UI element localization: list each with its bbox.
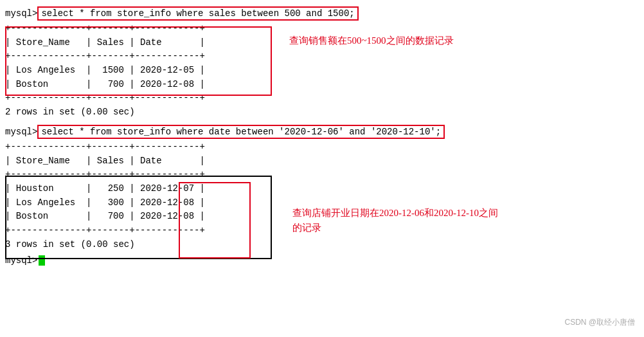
- watermark: CSDN @取经小唐僧: [564, 317, 635, 328]
- table2-sep-mid: +--------------+-------+------------+: [0, 168, 644, 182]
- annotation1: 查询销售额在500~1500之间的数据记录: [289, 33, 514, 48]
- query2-command: select * from store_info where date betw…: [37, 125, 445, 139]
- table1-row2: | Boston | 700 | 2020-12-08 |: [0, 78, 644, 92]
- table2-rowcount: 3 rows in set (0.00 sec): [0, 238, 644, 252]
- table2-sep-top: +--------------+-------+------------+: [0, 140, 644, 154]
- table2-header: | Store_Name | Sales | Date |: [0, 154, 644, 168]
- last-prompt: mysql>: [5, 255, 37, 266]
- terminal-window: mysql> select * from store_info where sa…: [0, 0, 644, 337]
- prompt2: mysql>: [5, 127, 37, 137]
- query2-line: mysql> select * from store_info where da…: [0, 123, 644, 140]
- table2-row1: | Houston | 250 | 2020-12-07 |: [0, 182, 644, 196]
- query1-command: select * from store_info where sales bet…: [37, 6, 358, 21]
- prompt1: mysql>: [5, 8, 37, 19]
- query1-line: mysql> select * from store_info where sa…: [0, 5, 644, 22]
- cursor: [39, 255, 45, 266]
- table1-rowcount: 2 rows in set (0.00 sec): [0, 105, 644, 120]
- table1-sep-bot: +--------------+-------+------------+: [0, 91, 644, 105]
- table1-row1: | Los Angeles | 1500 | 2020-12-05 |: [0, 64, 644, 78]
- annotation2: 查询店铺开业日期在2020-12-06和2020-12-10之间的记录: [292, 206, 511, 235]
- table1-sep-mid: +--------------+-------+------------+: [0, 50, 644, 64]
- last-prompt-line: mysql>: [0, 254, 644, 267]
